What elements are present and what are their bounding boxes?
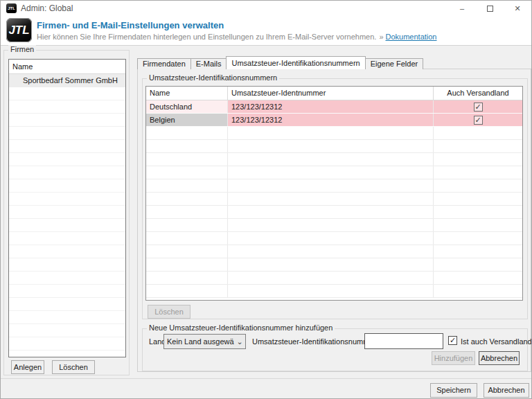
cell-empty (228, 245, 434, 258)
firmen-list-column-header[interactable]: Name (9, 60, 125, 74)
tab-umsatzsteuer-identifikationsnummern[interactable]: Umsatzsteuer-Identifikationsnummern (226, 56, 365, 69)
page-title: Firmen- und E-Mail-Einstellungen verwalt… (37, 20, 224, 30)
vat-empty-row (146, 127, 522, 140)
column-header-vat-id[interactable]: Umsatzsteuer-Identnummer (228, 87, 434, 100)
firmen-list[interactable]: Name Sportbedarf Sommer GmbH (8, 59, 126, 357)
tab-emails[interactable]: E-Mails (190, 58, 227, 69)
vat-id-input[interactable] (364, 333, 443, 349)
cell-empty (434, 206, 522, 218)
cell-versandland: ✓ (434, 100, 522, 113)
firmen-empty-row (9, 298, 125, 311)
cell-empty (228, 140, 434, 152)
tab-firmendaten[interactable]: Firmendaten (137, 58, 191, 69)
jtl-logo: JTL (6, 18, 32, 42)
dokumentation-link[interactable]: Dokumentation (386, 33, 437, 41)
vat-table-header: Name Umsatzsteuer-Identnummer Auch Versa… (146, 87, 522, 100)
cell-empty (434, 166, 522, 179)
app-icon: JTL (6, 3, 17, 13)
footer-bar: Speichern Abbrechen (1, 378, 532, 399)
footer-abbrechen-button[interactable]: Abbrechen (484, 383, 529, 398)
cell-empty (434, 232, 522, 245)
minimize-button[interactable]: – (448, 1, 476, 16)
cell-empty (146, 245, 228, 258)
vat-empty-row (146, 245, 522, 258)
speichern-button[interactable]: Speichern (430, 383, 477, 398)
subtitle-text: Hier können Sie Ihre Firmendaten hinterl… (37, 33, 376, 41)
cell-name[interactable]: Deutschland (146, 100, 228, 113)
column-header-versandland[interactable]: Auch Versandland (434, 87, 522, 100)
cell-empty (228, 285, 434, 297)
vat-loeschen-button[interactable]: Löschen (148, 305, 190, 319)
firmen-loeschen-button[interactable]: Löschen (52, 360, 95, 374)
versandland-checkbox[interactable]: ✓ (474, 116, 483, 125)
vat-empty-row (146, 166, 522, 179)
link-prefix: » (379, 33, 383, 41)
firmen-list-item[interactable]: Sportbedarf Sommer GmbH (9, 74, 125, 87)
anlegen-button[interactable]: Anlegen (11, 360, 44, 374)
window-controls: – ✕ (448, 1, 531, 16)
tab-panel: Umsatzsteuer-Identifikationsnummern Name… (137, 69, 531, 372)
land-select[interactable]: Kein Land ausgewählt. ⌄ (163, 334, 246, 349)
vat-table-row[interactable]: Belgien123/123/12312✓ (146, 114, 522, 127)
cell-vat-id[interactable]: 123/123/12312 (228, 100, 434, 113)
app-window: JTL Admin: Global – ✕ JTL Firmen- und E-… (0, 0, 532, 399)
firmen-empty-row (9, 114, 125, 127)
cell-empty (434, 140, 522, 152)
cell-empty (228, 166, 434, 179)
firmen-empty-row (9, 87, 125, 100)
check-icon: ✓ (450, 337, 456, 344)
tabstrip: Firmendaten E-Mails Umsatzsteuer-Identif… (137, 56, 423, 69)
cell-empty (146, 127, 228, 139)
vat-empty-row (146, 232, 522, 245)
vat-empty-row (146, 153, 522, 166)
add-vat-group-label: Neue Umsatzsteuer-Identifikationsnummer … (147, 323, 335, 332)
firmen-empty-row (9, 166, 125, 179)
ist-auch-versandland-checkbox[interactable]: ✓ (448, 336, 457, 345)
vat-empty-row (146, 193, 522, 206)
cell-empty (228, 193, 434, 205)
cell-empty (228, 153, 434, 166)
vat-table: Name Umsatzsteuer-Identnummer Auch Versa… (145, 86, 523, 301)
versandland-checkbox[interactable]: ✓ (474, 103, 483, 112)
minimize-icon: – (460, 4, 464, 12)
firmen-empty-row (9, 285, 125, 298)
firmen-empty-row (9, 324, 125, 337)
window-title: Admin: Global (21, 3, 73, 13)
vat-empty-row (146, 179, 522, 193)
cell-empty (146, 153, 228, 166)
firmen-group-label: Firmen (8, 45, 36, 53)
vat-id-label: Umsatzsteuer-Identifikationsnummer (252, 337, 376, 346)
page-header: JTL Firmen- und E-Mail-Einstellungen ver… (1, 16, 531, 45)
cell-empty (146, 285, 228, 297)
cell-empty (434, 193, 522, 205)
land-select-value: Kein Land ausgewählt. (164, 337, 234, 346)
firmen-empty-row (9, 311, 125, 324)
chevron-down-icon: ⌄ (234, 336, 245, 347)
hinzufuegen-button[interactable]: Hinzufügen (432, 351, 475, 365)
column-header-name[interactable]: Name (146, 87, 228, 100)
cell-vat-id[interactable]: 123/123/12312 (228, 114, 434, 126)
add-abbrechen-button[interactable]: Abbrechen (479, 351, 520, 365)
firmen-empty-row (9, 206, 125, 219)
maximize-icon (487, 6, 493, 12)
close-button[interactable]: ✕ (504, 1, 531, 16)
cell-empty (434, 219, 522, 231)
vat-groupbox: Umsatzsteuer-Identifikationsnummern Name… (142, 78, 528, 319)
vat-empty-row (146, 272, 522, 285)
cell-empty (434, 245, 522, 258)
cell-versandland: ✓ (434, 114, 522, 126)
cell-empty (228, 272, 434, 284)
vat-table-row[interactable]: Deutschland123/123/12312✓ (146, 100, 522, 114)
maximize-button[interactable] (476, 1, 504, 16)
cell-name[interactable]: Belgien (146, 114, 228, 126)
main-content: Firmen Name Sportbedarf Sommer GmbH Anle… (1, 45, 532, 378)
cell-empty (434, 285, 522, 297)
firmen-empty-row (9, 140, 125, 153)
firmen-empty-row (9, 219, 125, 232)
cell-empty (434, 179, 522, 192)
cell-empty (146, 232, 228, 245)
tab-eigene-felder[interactable]: Eigene Felder (365, 58, 424, 69)
vat-table-body: Deutschland123/123/12312✓Belgien123/123/… (146, 100, 522, 298)
cell-empty (228, 206, 434, 218)
cell-empty (146, 272, 228, 284)
